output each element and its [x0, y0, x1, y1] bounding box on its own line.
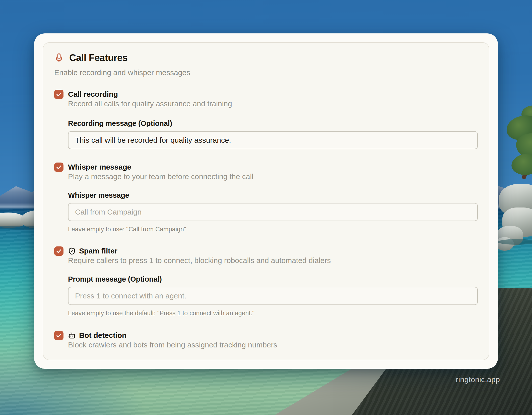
field-label: Whisper message [68, 190, 478, 200]
check-icon [56, 91, 62, 97]
field-helper: Leave empty to use: "Call from Campaign" [68, 225, 478, 233]
check-icon [56, 333, 62, 338]
feature-label: Call recording [68, 90, 118, 98]
call-recording-checkbox[interactable] [54, 90, 63, 99]
recording-message-input[interactable] [68, 131, 478, 149]
watermark: ringtonic.app [456, 375, 500, 384]
feature-label: Spam filter [79, 247, 117, 255]
feature-description: Require callers to press 1 to connect, b… [68, 256, 331, 265]
granite-reflection [498, 239, 532, 245]
whisper-message-checkbox[interactable] [54, 163, 63, 172]
bot-detection-checkbox[interactable] [54, 331, 63, 340]
feature-description: Record all calls for quality assurance a… [68, 99, 232, 109]
shield-check-icon [68, 247, 76, 255]
bot-icon [68, 332, 76, 339]
spam-filter-checkbox[interactable] [54, 246, 63, 256]
prompt-message-input[interactable] [68, 287, 478, 305]
panel-header: Call Features [54, 52, 478, 64]
feature-label: Bot detection [79, 331, 126, 340]
feature-description: Play a message to your team before conne… [68, 172, 253, 181]
call-features-card: Call Features Enable recording and whisp… [34, 33, 498, 369]
field-label: Recording message (Optional) [68, 119, 478, 128]
field-label: Prompt message (Optional) [68, 274, 478, 284]
feature-spam-filter: Spam filter Require callers to press 1 t… [54, 246, 478, 317]
check-icon [56, 164, 62, 170]
check-icon [56, 248, 62, 254]
whisper-message-field: Whisper message Leave empty to use: "Cal… [68, 190, 478, 233]
microphone-icon [54, 53, 64, 63]
whisper-message-input[interactable] [68, 203, 478, 221]
field-helper: Leave empty to use the default: "Press 1… [68, 309, 478, 317]
feature-description: Block crawlers and bots from being assig… [68, 340, 277, 350]
feature-label: Whisper message [68, 163, 131, 171]
recording-message-field: Recording message (Optional) [68, 119, 478, 149]
call-features-panel: Call Features Enable recording and whisp… [43, 42, 489, 360]
feature-call-recording: Call recording Record all calls for qual… [54, 89, 478, 149]
prompt-message-field: Prompt message (Optional) Leave empty to… [68, 274, 478, 317]
feature-bot-detection: Bot detection Block crawlers and bots fr… [54, 331, 478, 350]
page-subtitle: Enable recording and whisper messages [54, 68, 478, 77]
page-title: Call Features [69, 53, 127, 63]
feature-whisper-message: Whisper message Play a message to your t… [54, 162, 478, 233]
